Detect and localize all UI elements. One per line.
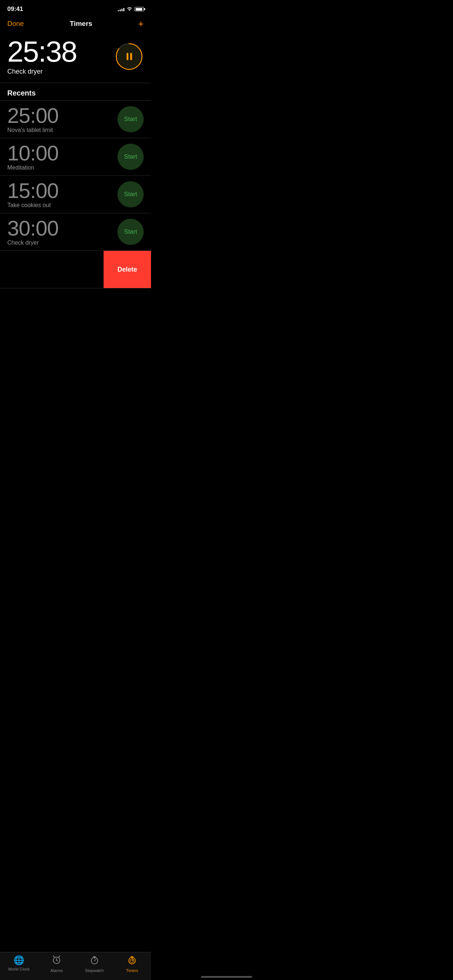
done-button[interactable]: Done: [7, 20, 24, 28]
timer-item-label-0: Nova's tablet limit: [7, 127, 58, 134]
start-button-0[interactable]: Start: [118, 106, 144, 132]
timer-item: 10:00 Meditation Start: [0, 138, 151, 176]
nav-bar: Done Timers +: [0, 16, 151, 33]
signal-bar-3: [121, 9, 123, 11]
add-timer-button[interactable]: +: [138, 19, 144, 29]
signal-bar-1: [118, 10, 119, 11]
start-button-1[interactable]: Start: [118, 144, 144, 170]
timer-item: 30:00 Check dryer Start: [0, 213, 151, 251]
delete-button[interactable]: Delete: [104, 251, 151, 288]
signal-bar-4: [123, 8, 124, 11]
page-title: Timers: [70, 20, 92, 28]
timer-item-swiped: :00 top oven: [0, 251, 104, 288]
timer-item-label-3: Check dryer: [7, 240, 58, 246]
status-bar: 09:41: [0, 0, 151, 16]
pause-button-container: [115, 42, 144, 71]
timer-item-swiped-wrapper: :00 top oven Delete: [0, 251, 151, 288]
signal-bar-2: [120, 10, 121, 11]
status-icons: [118, 6, 144, 12]
timer-item-left-3: 30:00 Check dryer: [7, 218, 58, 246]
timer-item-time-3: 30:00: [7, 218, 58, 239]
active-timer-time: 25:38: [7, 37, 77, 66]
timer-item-time-1: 10:00: [7, 143, 58, 164]
recents-title: Recents: [7, 89, 36, 97]
recents-header: Recents: [0, 83, 151, 100]
timer-item-label-1: Meditation: [7, 164, 58, 171]
start-button-2[interactable]: Start: [118, 181, 144, 207]
timer-item-left-1: 10:00 Meditation: [7, 143, 58, 171]
active-timer-left: 25:38 Check dryer: [7, 37, 77, 75]
timer-item-label-2: Take cookies out: [7, 202, 58, 208]
wifi-icon: [126, 6, 132, 12]
start-button-3[interactable]: Start: [118, 219, 144, 245]
signal-bars-icon: [118, 7, 124, 11]
pause-icon: [126, 53, 132, 60]
timer-item: 25:00 Nova's tablet limit Start: [0, 100, 151, 138]
pause-bar-left: [126, 53, 128, 60]
timer-list: 25:00 Nova's tablet limit Start 10:00 Me…: [0, 100, 151, 288]
timer-item-left-0: 25:00 Nova's tablet limit: [7, 105, 58, 134]
pause-bar-right: [130, 53, 132, 60]
active-timer-label: Check dryer: [7, 68, 77, 75]
timer-item-time-0: 25:00: [7, 105, 58, 126]
timer-item: 15:00 Take cookies out Start: [0, 176, 151, 213]
pause-button[interactable]: [117, 44, 142, 69]
timer-item-time-2: 15:00: [7, 180, 58, 201]
battery-fill: [136, 8, 142, 11]
timer-item-left-2: 15:00 Take cookies out: [7, 180, 58, 208]
battery-icon: [135, 7, 144, 11]
active-timer-section: 25:38 Check dryer: [0, 33, 151, 83]
status-time: 09:41: [7, 5, 23, 13]
